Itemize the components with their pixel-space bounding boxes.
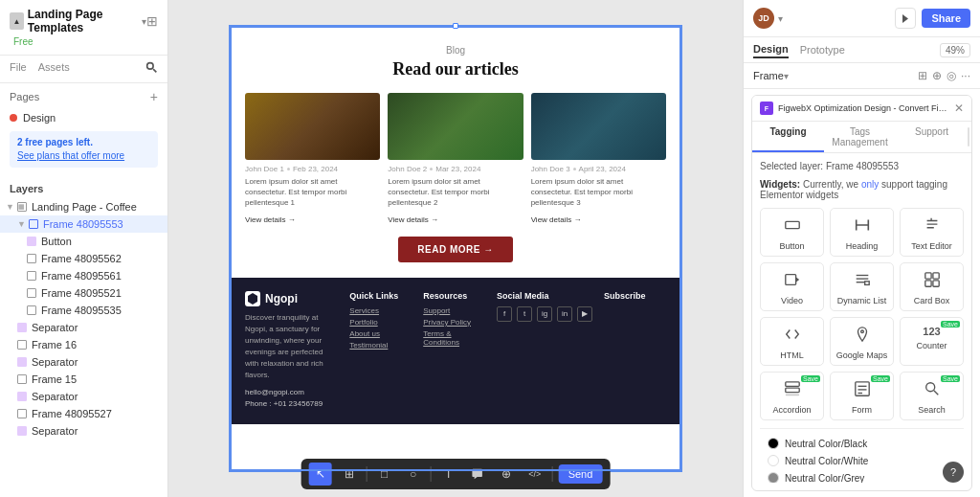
color-white[interactable]: Neutral Color/White (760, 452, 964, 469)
widget-html[interactable]: HTML (760, 317, 824, 366)
footer-link-support[interactable]: Support (423, 306, 485, 315)
tab-design[interactable]: Design (753, 41, 789, 58)
target-icon[interactable]: ◎ (947, 69, 956, 82)
tab-assets[interactable]: Assets (38, 61, 70, 77)
layer-frame-48095561[interactable]: Frame 48095561 (0, 267, 167, 284)
share-button[interactable]: Share (922, 9, 970, 28)
see-plans-link[interactable]: See plans that offer more (17, 150, 124, 161)
social-youtube-icon[interactable]: ▶ (577, 306, 592, 322)
play-button[interactable] (895, 8, 916, 29)
layer-frame-48095527[interactable]: Frame 48095527 (0, 405, 167, 422)
rect-tool[interactable]: □ (373, 463, 396, 486)
blog-card-1: John Doe 1 Feb 23, 2024 Lorem ipsum dolo… (245, 93, 380, 225)
add-page-icon[interactable]: + (150, 89, 158, 104)
widget-search[interactable]: Save Search (900, 372, 964, 420)
blog-section: Blog Read our articles John Doe 1 Feb 23… (230, 26, 681, 278)
text-tool[interactable]: T (437, 463, 460, 486)
footer-link-portfolio[interactable]: Portfolio (349, 318, 412, 327)
footer-link-services[interactable]: Services (349, 306, 412, 315)
widget-search-label: Search (918, 405, 946, 415)
comment-tool[interactable] (466, 463, 489, 486)
canvas-frame[interactable]: Blog Read our articles John Doe 1 Feb 23… (230, 26, 681, 471)
widget-heading[interactable]: Heading (830, 208, 894, 257)
widget-dynamic-list[interactable]: Dynamic List (830, 262, 894, 311)
layer-separator-1[interactable]: Separator (0, 319, 167, 336)
read-more-button[interactable]: READ MORE → (398, 237, 512, 262)
blog-card-text-3: Lorem ipsum dolor sit amet consectetur. … (531, 176, 666, 209)
footer-link-about[interactable]: About us (349, 329, 412, 338)
send-button[interactable]: Send (559, 464, 603, 484)
widget-button[interactable]: Button (760, 208, 824, 257)
frame-chevron[interactable]: ▾ (784, 71, 789, 81)
blog-card-link-1[interactable]: View details → (245, 215, 296, 224)
layer-separator-2[interactable]: Separator (0, 353, 167, 371)
layer-landing-page-coffee[interactable]: ▼ ▦ Landing Page - Coffee (0, 198, 167, 215)
layer-frame-48095535[interactable]: Frame 48095535 (0, 302, 167, 319)
code-tool[interactable]: </> (523, 463, 546, 486)
layer-frame-48095521[interactable]: Frame 48095521 (0, 284, 167, 302)
widget-video[interactable]: Video (760, 262, 824, 311)
sidebar-header: ▲ Landing Page Templates ▾ ⊞ Free (0, 0, 167, 56)
layer-separator-3[interactable]: Separator (0, 388, 167, 405)
frame-tool[interactable]: ⊞ (338, 463, 361, 486)
plugin-tab-tags-mgmt[interactable]: Tags Management (824, 122, 896, 152)
social-linkedin-icon[interactable]: in (557, 306, 572, 322)
footer-link-testimonial[interactable]: Testimonial (349, 341, 412, 350)
color-black[interactable]: Neutral Color/Black (760, 435, 964, 452)
sidebar-layout-icon[interactable]: ⊞ (146, 13, 158, 29)
plugin-tabs-scroll (968, 122, 971, 152)
search-icon[interactable] (145, 61, 158, 77)
widget-accordion[interactable]: Save Accordion (760, 372, 824, 420)
svg-point-29 (925, 383, 934, 392)
more-icon[interactable]: ··· (961, 69, 970, 82)
social-facebook-icon[interactable]: f (497, 306, 512, 322)
page-item-design[interactable]: Design (0, 108, 167, 127)
layer-button[interactable]: Button (0, 233, 167, 250)
settings-icon[interactable]: ⊕ (932, 69, 942, 82)
user-chevron[interactable]: ▾ (778, 13, 783, 24)
blog-card-meta-2: John Doe 2 Mar 23, 2024 (388, 165, 523, 173)
widget-form[interactable]: Save Form (830, 372, 894, 420)
color-grey[interactable]: Neutral Color/Grey (760, 469, 964, 483)
layer-separator-4[interactable]: Separator (0, 422, 167, 440)
widget-html-label: HTML (780, 350, 804, 360)
component-tool[interactable]: ⊕ (495, 463, 518, 486)
blog-card-link-3[interactable]: View details → (531, 215, 582, 224)
expand-icon: ▼ (17, 219, 26, 229)
ellipse-tool[interactable]: ○ (402, 463, 425, 486)
grid-icon[interactable]: ⊞ (918, 69, 927, 82)
blog-card-image-3 (531, 93, 666, 160)
widget-card-box[interactable]: Card Box (900, 262, 964, 311)
plugin-tab-tagging[interactable]: Tagging (752, 122, 824, 152)
help-button[interactable]: ? (943, 462, 964, 483)
footer-link-privacy[interactable]: Privacy Policy (423, 318, 485, 327)
plugin-selected-layer: Selected layer: Frame 48095553 (760, 161, 964, 171)
cursor-tool[interactable]: ↖ (309, 463, 332, 486)
left-sidebar: ▲ Landing Page Templates ▾ ⊞ Free File A… (0, 0, 168, 497)
layer-frame-16[interactable]: Frame 16 (0, 336, 167, 353)
layer-frame-15[interactable]: Frame 15 (0, 371, 167, 388)
widget-text-editor[interactable]: Text Editor (900, 208, 964, 257)
social-twitter-icon[interactable]: t (517, 306, 532, 322)
zoom-badge[interactable]: 49% (940, 43, 970, 57)
plugin-close-icon[interactable]: ✕ (954, 102, 964, 115)
widget-form-label: Form (852, 405, 872, 415)
right-panel-header: JD ▾ Share (744, 0, 980, 37)
widget-counter[interactable]: Save 123 Counter (900, 317, 964, 366)
widget-accordion-label: Accordion (772, 405, 811, 415)
tab-prototype[interactable]: Prototype (800, 42, 845, 57)
frame-label-section: Frame ▾ ⊞ ⊕ ◎ ··· (744, 63, 980, 89)
footer-link-terms[interactable]: Terms & Conditions (423, 329, 485, 347)
blog-card-link-2[interactable]: View details → (388, 215, 438, 224)
footer-col-title-links: Quick Links (349, 291, 412, 301)
layer-frame-48095562[interactable]: Frame 48095562 (0, 250, 167, 267)
widget-google-maps[interactable]: Google Maps (830, 317, 894, 366)
plugin-widgets-only-link[interactable]: only (861, 179, 879, 190)
tab-file[interactable]: File (10, 61, 27, 77)
toolbar-sep-2 (431, 466, 432, 482)
layer-frame-48095553[interactable]: ▼ Frame 48095553 (0, 215, 167, 233)
plugin-tab-support[interactable]: Support (896, 122, 968, 152)
social-instagram-icon[interactable]: ig (537, 306, 552, 322)
meta-separator (573, 168, 576, 170)
project-title: Landing Page Templates (28, 8, 138, 34)
